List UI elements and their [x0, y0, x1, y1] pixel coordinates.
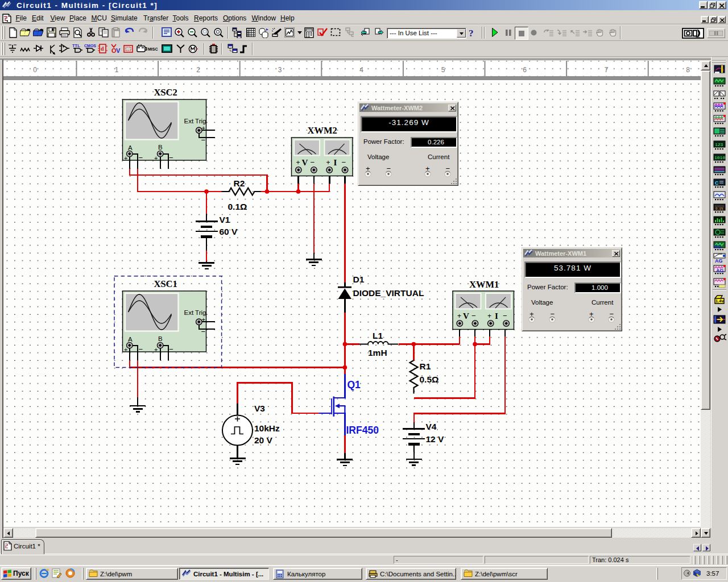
svg-text:−: −: [139, 153, 143, 162]
svg-text:0.1%: 0.1%: [715, 207, 723, 211]
svg-text:L1: L1: [373, 331, 383, 340]
svg-text:XWM2: XWM2: [308, 125, 337, 136]
svg-text:+: +: [296, 159, 300, 167]
svg-text:AG: AG: [716, 268, 724, 273]
svg-text:A: A: [128, 144, 133, 151]
svg-text:−: −: [311, 158, 315, 167]
svg-text:12 V: 12 V: [426, 434, 445, 444]
svg-text:8: 8: [686, 66, 690, 74]
svg-text:XWM1: XWM1: [469, 279, 499, 290]
svg-text:2: 2: [196, 66, 200, 74]
svg-text:V: V: [463, 311, 469, 321]
svg-text:1010: 1010: [714, 155, 725, 160]
svg-text:+: +: [124, 155, 127, 161]
svg-text:1: 1: [115, 66, 119, 74]
svg-text:6: 6: [523, 66, 527, 74]
svg-text:TTL: TTL: [72, 43, 80, 48]
svg-text:AG: AG: [714, 244, 722, 250]
svg-text:Q1: Q1: [348, 379, 361, 390]
svg-text:+: +: [124, 346, 127, 353]
svg-text:−: −: [503, 311, 507, 320]
svg-text:I: I: [334, 158, 337, 167]
svg-text:R1: R1: [420, 361, 431, 371]
svg-text:C: C: [715, 180, 719, 186]
svg-text:20 V: 20 V: [254, 435, 273, 445]
svg-text:DIODE_VIRTUAL: DIODE_VIRTUAL: [353, 288, 424, 298]
svg-text:+: +: [457, 312, 461, 320]
svg-text:XSC2: XSC2: [154, 87, 177, 98]
svg-text:I: I: [495, 311, 498, 321]
svg-text:+: +: [487, 312, 491, 320]
svg-text:−: −: [342, 158, 346, 167]
svg-text:IRF450: IRF450: [346, 425, 379, 436]
svg-text:MISC: MISC: [148, 47, 158, 51]
svg-text:R2: R2: [234, 178, 245, 188]
svg-text:CMOS: CMOS: [84, 44, 96, 48]
svg-text:0: 0: [33, 66, 37, 74]
svg-text:B: B: [158, 335, 163, 342]
svg-text:−: −: [169, 345, 173, 354]
svg-text:0.5Ω: 0.5Ω: [420, 375, 439, 384]
svg-text:10kHz: 10kHz: [254, 423, 280, 433]
svg-text:V1: V1: [220, 215, 230, 225]
svg-text:123: 123: [715, 142, 723, 147]
svg-text:4: 4: [359, 66, 363, 74]
svg-text:0.1Ω: 0.1Ω: [228, 202, 247, 211]
svg-text:Ext Trig: Ext Trig: [184, 118, 206, 124]
svg-text:V3: V3: [254, 404, 265, 413]
svg-text:V: V: [302, 158, 308, 167]
svg-text:+: +: [154, 346, 158, 353]
svg-text:−: −: [139, 345, 143, 354]
svg-text:1.4v: 1.4v: [715, 298, 724, 304]
svg-text:V: V: [116, 47, 121, 54]
svg-text:XSC1: XSC1: [154, 278, 177, 289]
svg-text:60 V: 60 V: [220, 227, 238, 236]
svg-text:+: +: [154, 155, 158, 161]
svg-text:−: −: [471, 311, 476, 320]
svg-text:AG: AG: [715, 258, 723, 263]
svg-text:d: d: [101, 45, 104, 52]
svg-text:7: 7: [605, 66, 609, 74]
svg-text:1mH: 1mH: [368, 348, 387, 357]
svg-text:3: 3: [278, 66, 282, 74]
svg-text:A: A: [128, 336, 133, 343]
svg-text:V4: V4: [426, 422, 437, 431]
svg-text:B: B: [158, 144, 163, 151]
svg-text:−: −: [169, 153, 173, 162]
svg-text:+: +: [326, 159, 330, 167]
svg-text:D1: D1: [353, 275, 365, 284]
svg-text:5: 5: [441, 66, 445, 74]
svg-text:Ext Trig: Ext Trig: [184, 309, 206, 316]
